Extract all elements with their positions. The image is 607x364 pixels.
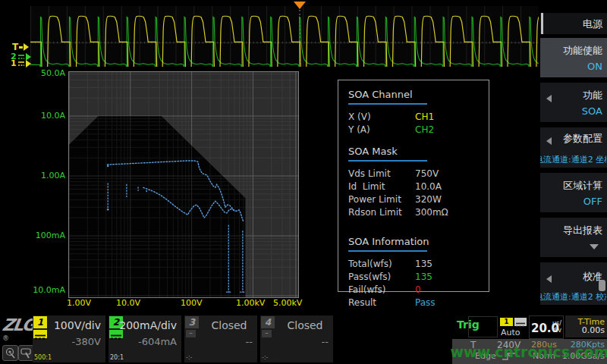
sidebar-item-parameter-config[interactable]: 参数配置 电流通道:通道2 坐标 [540, 127, 607, 168]
trigger-source-badge: 1 [500, 318, 513, 326]
sidebar-item-label: 区域计算 [563, 179, 602, 193]
channel-2-block[interactable]: 2 20:1 200mA/div -604mA [109, 315, 181, 362]
mask-row-label: Vds Limit [348, 168, 415, 180]
soa-xy-plot [68, 71, 299, 298]
info-row-value: 0 [415, 284, 421, 297]
channel-scale: Closed [277, 319, 333, 331]
x-axis-tick: 100V [181, 298, 203, 308]
mask-row-label: Power Limit [348, 193, 415, 206]
touch-icon [3, 346, 17, 360]
section-underline [348, 250, 427, 252]
probe-ratio: 500:1 [34, 354, 52, 361]
trigger-position-marker-icon[interactable] [294, 2, 306, 9]
y-axis-tick: 100mA [32, 231, 65, 240]
channel-offset: -380V [72, 336, 101, 347]
info-row-value: 135 [415, 271, 432, 284]
channel-offset: -604mA [138, 336, 177, 347]
trigger-status-block[interactable]: Trig 1 Auto [454, 315, 527, 337]
sidebar-item-function[interactable]: 功能 SOA [540, 83, 607, 122]
trigger-marker-label: T [12, 43, 18, 51]
channel-4-block[interactable]: 4 – -:- Closed -- [260, 315, 333, 362]
y-channel-value: CH2 [415, 124, 434, 136]
panel-section-title: SOA Information [348, 236, 483, 247]
sidebar-item-value: OFF [583, 196, 602, 207]
x-axis-tick: 1.00V [67, 298, 91, 308]
probe-ratio: -:- [262, 354, 268, 361]
sidebar-item-label: 导出报表 [563, 224, 602, 237]
ch1-position-marker[interactable]: 1 [11, 60, 31, 67]
y-axis-tick: 1.00A [32, 171, 65, 180]
trigger-mode: Auto [501, 328, 521, 337]
sidebar-item-area-calc[interactable]: 区域计算 OFF [540, 173, 607, 212]
channel-scale: 200mA/div [119, 319, 177, 331]
logo-text: ZLG [1, 315, 36, 334]
sidebar-item-label: 功能 [583, 89, 602, 102]
channel-1-badge: 1 [33, 316, 47, 328]
coupling-off-icon: – [186, 330, 196, 337]
info-row-value: Pass [415, 297, 436, 309]
swipe-gesture-button[interactable] [18, 345, 34, 361]
info-row-label: Pass(wfs) [348, 271, 415, 284]
channel-1-block[interactable]: 1 500:1 100V/div -380V [33, 315, 105, 362]
trigger-level-marker[interactable]: T [12, 43, 29, 51]
active-indicator [541, 13, 543, 34]
watermark: www.cntronics.com [452, 339, 607, 364]
sidebar-item-subtext: 电流通道:通道2 校准 [540, 291, 606, 303]
channel-scale: Closed [201, 319, 257, 331]
overview-strip-canvas [30, 6, 539, 67]
sidebar-scrollbar-thumb[interactable] [599, 280, 605, 291]
section-underline [348, 103, 427, 105]
probe-ratio: 20:1 [110, 354, 124, 361]
sidebar-item-calibration[interactable]: 校准 电流通道:通道2 校准 [540, 262, 607, 305]
sidebar-item-export-report[interactable]: 导出报表 [540, 218, 607, 257]
registered-mark: ® [2, 334, 9, 342]
channel-offset: -- [322, 336, 329, 347]
chevron-left-icon [546, 137, 552, 145]
x-axis-tick: 5.00kV [273, 298, 302, 308]
x-axis-tick: 10.0V [116, 298, 140, 308]
y-axis-tick: 10.0mA [32, 285, 65, 295]
timebase-unit: us/ div [552, 320, 561, 334]
sidebar-item-function-enable[interactable]: 功能使能 ON [540, 38, 607, 77]
mask-row-value: 750V [415, 168, 439, 180]
soa-info-panel: SOA Channel X (V)CH1 Y (A)CH2 SOA Mask V… [338, 80, 489, 292]
swipe-icon [19, 346, 33, 360]
sidebar-item-label: 功能使能 [563, 44, 602, 58]
touch-gesture-button[interactable] [2, 345, 18, 361]
sidebar-item-subtext: 电流通道:通道2 坐标 [540, 154, 606, 165]
mask-row-value: 10.0A [415, 180, 442, 193]
x-axis-tick: 1.00kV [236, 298, 265, 308]
probe-ratio: -:- [186, 354, 192, 361]
coupling-off-icon: – [262, 330, 272, 337]
chevron-down-icon [590, 244, 599, 249]
dc-coupling-icon [33, 330, 47, 338]
y-axis-tick: 10.0A [32, 111, 65, 121]
dc-coupling-icon [514, 318, 527, 326]
chevron-left-icon [546, 95, 552, 102]
sidebar-item-value: ON [587, 61, 602, 72]
dc-coupling-icon [17, 54, 25, 60]
arrow-right-icon [24, 43, 29, 51]
channel-3-block[interactable]: 3 – -:- Closed -- [184, 315, 257, 362]
trigger-label: Trig [457, 318, 480, 331]
channel-scale: 100V/div [54, 319, 101, 331]
mask-row-value: 320W [415, 193, 442, 206]
info-row-label: Result [348, 297, 415, 309]
panel-section-title: SOA Channel [348, 89, 483, 100]
channel-4-badge: 4 [261, 316, 275, 328]
x-channel-label: X (V) [348, 111, 415, 124]
sidebar-item-power[interactable]: 电源 [540, 13, 607, 34]
y-channel-label: Y (A) [348, 124, 415, 136]
timebase-block[interactable]: 20.0 us/ div [529, 315, 564, 339]
section-underline [348, 160, 427, 162]
sidebar-item-value: SOA [582, 105, 602, 117]
ch1-marker-label: 1 [11, 60, 17, 67]
dc-coupling-icon [17, 61, 25, 67]
x-channel-value: CH1 [415, 111, 434, 124]
mask-row-value: 300mΩ [415, 206, 448, 219]
t-time-value: 0.00s [582, 325, 605, 335]
arrow-right-icon [26, 60, 31, 67]
y-axis-tick: 50.0A [32, 68, 65, 78]
sidebar-item-label: 参数配置 [563, 132, 602, 146]
channel-3-badge: 3 [185, 316, 199, 328]
